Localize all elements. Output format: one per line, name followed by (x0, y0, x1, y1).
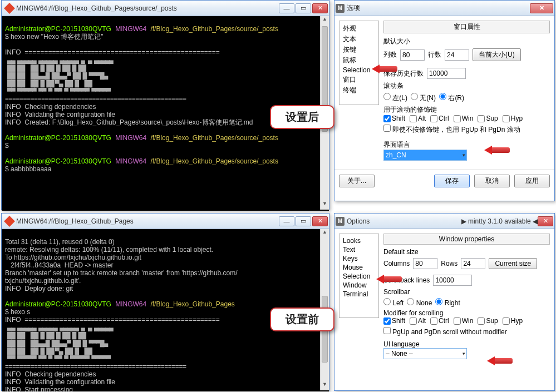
ui-lang-select[interactable]: – None –▾ (383, 348, 467, 359)
radio-none[interactable]: 无(N) (411, 93, 436, 103)
sidebar-item-looks[interactable]: 外观 (341, 23, 377, 34)
radio-left[interactable]: 左(L) (383, 93, 407, 103)
close-button[interactable]: ✕ (530, 3, 553, 13)
window-title: MINGW64:/f/Blog_Hexo_Github_Pages/source… (16, 4, 279, 12)
rows-input[interactable] (461, 258, 485, 269)
chk-hyp[interactable]: Hyp (503, 317, 523, 325)
maximize-button[interactable]: ▭ (296, 3, 311, 13)
chk-ctrl[interactable]: Ctrl (430, 115, 449, 122)
sidebar-item-terminal[interactable]: 终端 (341, 85, 377, 96)
scrollbar-label: Scrollbar (383, 288, 550, 296)
options-dialog-cn: M 选项 ✕ 外观 文本 按键 鼠标 Selection 窗口 终端 窗口属性 … (334, 0, 555, 201)
chk-shift[interactable]: Shift (383, 115, 405, 122)
sidebar-item-terminal[interactable]: Terminal (341, 290, 377, 299)
arrow-icon (376, 275, 402, 284)
rows-input[interactable] (445, 49, 469, 61)
sidebar-item-looks[interactable]: Looks (341, 236, 377, 245)
chk-ctrl[interactable]: Ctrl (430, 317, 449, 325)
chk-win[interactable]: Win (454, 317, 474, 325)
scrollback-input[interactable] (433, 275, 472, 286)
dialog-title: Options (347, 217, 450, 225)
chk-hyp[interactable]: Hyp (503, 115, 523, 122)
category-list: 外观 文本 按键 鼠标 Selection 窗口 终端 (339, 21, 379, 105)
sidebar-item-mouse[interactable]: Mouse (341, 263, 377, 272)
ui-lang-select[interactable]: zh_CN▾ (383, 150, 467, 161)
git-icon (5, 4, 14, 13)
radio-left[interactable]: Left (383, 298, 404, 307)
ui-lang-label: 界面语言 (383, 140, 550, 150)
minimize-button[interactable]: — (279, 216, 294, 226)
titlebar: MINGW64:/f/Blog_Hexo_Github_Pages/source… (2, 1, 329, 16)
ui-lang-label: UI language (383, 340, 550, 348)
close-button[interactable]: ✕ (312, 3, 328, 13)
category-list: Looks Text Keys Mouse Selection Window T… (339, 234, 379, 318)
cols-input[interactable] (413, 258, 437, 269)
chevron-down-icon: ▾ (462, 351, 465, 356)
mintty-icon: M (336, 4, 345, 13)
minimize-button[interactable]: — (279, 3, 294, 13)
sidebar-item-keys[interactable]: Keys (341, 254, 377, 263)
group-window-props: Window properties (383, 234, 550, 245)
modifier-label: 用于滚动的修饰键 (383, 105, 550, 115)
current-size-button[interactable]: Current size (489, 258, 537, 269)
arrow-icon (484, 146, 510, 155)
rows-label: 行数 (428, 50, 441, 59)
scrollbar-label: 滚动条 (383, 81, 550, 91)
chevron-down-icon: ▾ (462, 152, 465, 158)
git-icon (5, 217, 14, 226)
scrollback-input[interactable] (427, 68, 466, 79)
chk-alt[interactable]: Alt (410, 115, 426, 122)
ascii-logo: ▄▄ ▄▄▄▄▄ ▄▄▄▄▄ ▄▄▄▄▄ ▄ ▄ ▄▄▄▄▄ ██ ██ ██ … (5, 324, 113, 362)
dialog-title: 选项 (347, 3, 530, 13)
current-size-button[interactable]: 当前大小(U) (473, 48, 521, 61)
close-button[interactable]: ✕ (312, 216, 328, 226)
titlebar: M Options ▶ mintty 3.1.0 available ◀ ✕ (334, 214, 554, 229)
sidebar-item-window[interactable]: 窗口 (341, 75, 377, 85)
radio-right[interactable]: 右(R) (439, 93, 464, 103)
sidebar-item-text[interactable]: Text (341, 245, 377, 254)
callout-after: 设置后 (270, 105, 334, 129)
terminal-window-bottom: MINGW64:/f/Blog_Hexo_Github_Pages — ▭ ✕ … (1, 213, 329, 391)
sidebar-item-window[interactable]: Window (341, 281, 377, 290)
about-button[interactable]: 关于... (339, 175, 375, 187)
close-button[interactable]: ✕ (538, 216, 553, 226)
cols-label: Columns (383, 260, 410, 267)
default-size-label: 默认大小 (383, 37, 550, 46)
save-button[interactable]: 保存 (434, 175, 470, 187)
chk-pgup[interactable]: 即使不按修饰键，也用 PgUp 和 PgDn 滚动 (383, 125, 520, 135)
sidebar-item-text[interactable]: 文本 (341, 34, 377, 44)
chk-win[interactable]: Win (454, 115, 474, 122)
ascii-logo: ▄▄ ▄▄▄▄▄ ▄▄▄▄▄ ▄▄▄▄▄ ▄ ▄ ▄▄▄▄▄ ██ ██ ██ … (5, 57, 113, 95)
modifier-label: Modifier for scrolling (383, 309, 550, 317)
apply-button[interactable]: 应用 (514, 175, 550, 187)
maximize-button[interactable]: ▭ (296, 216, 311, 226)
chk-alt[interactable]: Alt (410, 317, 426, 325)
arrow-icon (487, 356, 513, 365)
group-window-props: 窗口属性 (383, 21, 550, 33)
mintty-icon: M (336, 217, 345, 226)
chk-sup[interactable]: Sup (478, 317, 498, 325)
chk-pgup[interactable]: PgUp and PgDn scroll without modifier (383, 327, 507, 336)
titlebar: MINGW64:/f/Blog_Hexo_Github_Pages — ▭ ✕ (2, 214, 329, 229)
options-dialog-en: M Options ▶ mintty 3.1.0 available ◀ ✕ L… (334, 213, 555, 391)
chk-shift[interactable]: Shift (383, 317, 405, 325)
cols-label: 列数 (383, 50, 397, 59)
titlebar: M 选项 ✕ (334, 1, 554, 16)
sidebar-item-keys[interactable]: 按键 (341, 44, 377, 55)
rows-label: Rows (441, 260, 457, 267)
arrow-icon (372, 64, 397, 73)
default-size-label: Default size (383, 248, 550, 256)
cancel-button[interactable]: 取消 (474, 175, 510, 187)
window-title: MINGW64:/f/Blog_Hexo_Github_Pages (16, 217, 279, 225)
chk-sup[interactable]: Sup (478, 115, 498, 122)
cols-input[interactable] (400, 49, 425, 61)
sidebar-item-selection[interactable]: Selection (341, 272, 377, 281)
radio-right[interactable]: Right (435, 298, 460, 307)
update-available[interactable]: ▶ mintty 3.1.0 available ◀ (461, 217, 538, 225)
radio-none[interactable]: None (407, 298, 432, 307)
callout-before: 设置前 (270, 307, 334, 331)
